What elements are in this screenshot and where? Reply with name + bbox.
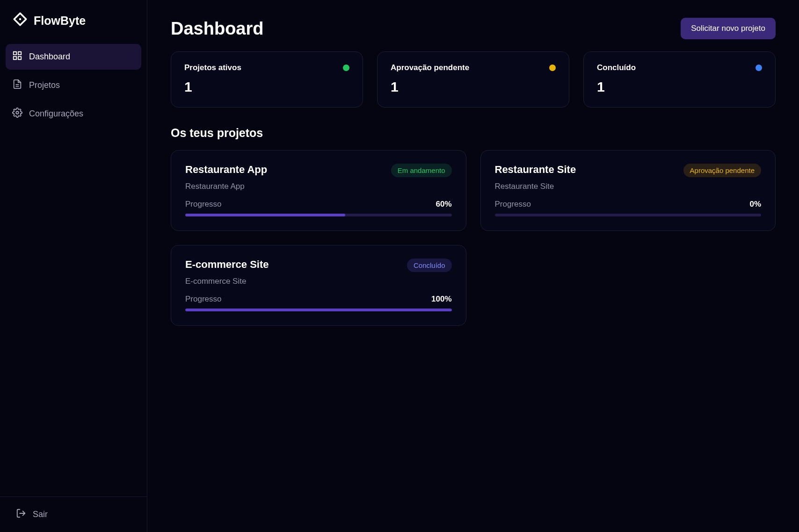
svg-rect-3: [14, 57, 16, 59]
logout-icon: [16, 508, 26, 521]
progress-bar: [185, 214, 452, 216]
progress-value: 0%: [749, 200, 761, 209]
progress-label: Progresso: [185, 200, 221, 209]
status-badge: Aprovação pendente: [683, 164, 761, 177]
stat-value: 1: [597, 79, 762, 95]
progress-bar-fill: [185, 214, 345, 216]
stat-value: 1: [391, 79, 556, 95]
status-dot-icon: [755, 65, 762, 71]
stat-label: Aprovação pendente: [391, 63, 469, 72]
progress-bar: [495, 214, 762, 216]
dashboard-icon: [12, 50, 22, 63]
project-title: Restaurante Site: [495, 164, 576, 176]
status-dot-icon: [343, 65, 349, 71]
main-content: Dashboard Solicitar novo projeto Projeto…: [147, 0, 799, 532]
project-card[interactable]: Restaurante App Em andamento Restaurante…: [171, 150, 466, 231]
file-icon: [12, 79, 22, 92]
progress-bar: [185, 309, 452, 311]
project-subtitle: Restaurante App: [185, 182, 452, 191]
logout-label: Sair: [33, 510, 48, 519]
project-subtitle: Restaurante Site: [495, 182, 762, 191]
brand-logo-icon: [12, 11, 28, 30]
sidebar-item-label: Configurações: [29, 109, 83, 119]
sidebar-item-dashboard[interactable]: Dashboard: [6, 44, 141, 70]
project-card[interactable]: E-commerce Site Concluído E-commerce Sit…: [171, 245, 466, 326]
status-badge: Em andamento: [391, 164, 452, 177]
brand-name: FlowByte: [34, 14, 86, 28]
progress-label: Progresso: [495, 200, 531, 209]
sidebar-item-label: Projetos: [29, 80, 60, 90]
svg-rect-1: [14, 52, 16, 55]
progress-bar-fill: [185, 309, 452, 311]
sidebar-item-projects[interactable]: Projetos: [6, 72, 141, 98]
project-card[interactable]: Restaurante Site Aprovação pendente Rest…: [480, 150, 776, 231]
status-dot-icon: [549, 65, 556, 71]
sidebar-nav: Dashboard Projetos Configurações: [0, 40, 147, 496]
logout-button[interactable]: Sair: [6, 502, 141, 527]
stat-label: Projetos ativos: [184, 63, 241, 72]
page-title: Dashboard: [171, 19, 263, 39]
sidebar-footer: Sair: [0, 496, 147, 532]
progress-value: 100%: [431, 295, 451, 304]
progress-label: Progresso: [185, 295, 221, 304]
stats-row: Projetos ativos 1 Aprovação pendente 1 C…: [171, 51, 776, 108]
new-project-button[interactable]: Solicitar novo projeto: [681, 18, 776, 39]
svg-point-0: [19, 18, 22, 21]
project-subtitle: E-commerce Site: [185, 277, 452, 286]
svg-rect-4: [18, 57, 21, 59]
projects-section-title: Os teus projetos: [171, 126, 776, 140]
stat-label: Concluído: [597, 63, 636, 72]
stat-card-done: Concluído 1: [583, 51, 776, 108]
project-title: Restaurante App: [185, 164, 267, 176]
sidebar-item-settings[interactable]: Configurações: [6, 101, 141, 127]
sidebar: FlowByte Dashboard Projetos: [0, 0, 147, 532]
progress-value: 60%: [436, 200, 451, 209]
page-header: Dashboard Solicitar novo projeto: [171, 18, 776, 39]
stat-value: 1: [184, 79, 349, 95]
project-title: E-commerce Site: [185, 259, 269, 271]
status-badge: Concluído: [407, 259, 452, 272]
sidebar-item-label: Dashboard: [29, 52, 70, 62]
projects-grid: Restaurante App Em andamento Restaurante…: [171, 150, 776, 326]
stat-card-active: Projetos ativos 1: [171, 51, 363, 108]
brand: FlowByte: [0, 0, 147, 40]
gear-icon: [12, 108, 22, 120]
stat-card-pending: Aprovação pendente 1: [377, 51, 569, 108]
svg-rect-2: [18, 52, 21, 55]
svg-point-7: [16, 111, 19, 114]
